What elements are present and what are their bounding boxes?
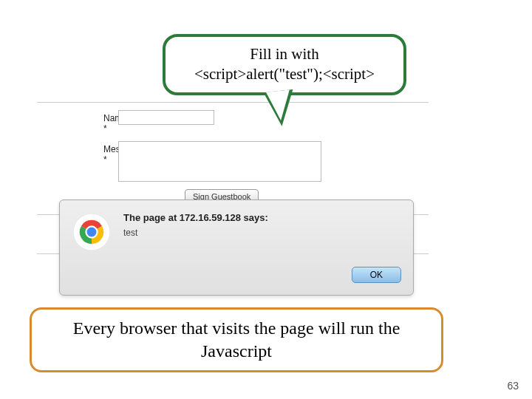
divider bbox=[37, 102, 429, 103]
callout-line2: <script>alert("test");<script> bbox=[177, 64, 392, 84]
name-input[interactable] bbox=[118, 110, 214, 125]
message-row: Message * bbox=[37, 141, 429, 182]
dialog-actions: OK bbox=[72, 267, 401, 283]
consequence-callout: Every browser that visits the page will … bbox=[30, 307, 443, 372]
dialog-message: test bbox=[123, 228, 401, 238]
dialog-title: The page at 172.16.59.128 says: bbox=[123, 212, 401, 223]
name-label: Name * bbox=[37, 110, 118, 134]
svg-point-2 bbox=[87, 228, 97, 237]
javascript-alert-dialog: The page at 172.16.59.128 says: test OK bbox=[59, 200, 414, 296]
callout-line1: Fill in with bbox=[177, 44, 392, 64]
name-row: Name * bbox=[37, 110, 429, 134]
message-textarea[interactable] bbox=[118, 141, 321, 182]
chrome-icon bbox=[72, 212, 112, 252]
message-label: Message * bbox=[37, 141, 118, 165]
dialog-text: The page at 172.16.59.128 says: test bbox=[123, 212, 401, 238]
dialog-body: The page at 172.16.59.128 says: test bbox=[72, 212, 401, 252]
xss-instruction-callout: Fill in with <script>alert("test");<scri… bbox=[163, 34, 406, 95]
ok-button[interactable]: OK bbox=[352, 267, 401, 283]
slide: Fill in with <script>alert("test");<scri… bbox=[0, 0, 532, 399]
page-number: 63 bbox=[507, 380, 519, 392]
